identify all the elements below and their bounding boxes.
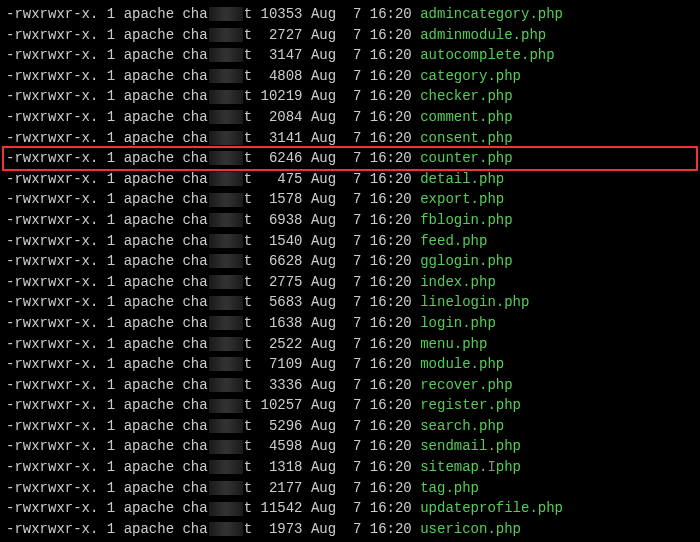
- redacted-block: [209, 151, 243, 165]
- owner: apache: [124, 294, 174, 310]
- time: 16:20: [370, 88, 412, 104]
- file-row: -rwxrwxr-x. 1 apache chat 11542 Aug 7 16…: [6, 498, 694, 519]
- file-row: -rwxrwxr-x. 1 apache chat 2522 Aug 7 16:…: [6, 334, 694, 355]
- redacted-block: [209, 296, 243, 310]
- filename: index.php: [420, 274, 496, 290]
- permissions: -rwxrwxr-x.: [6, 191, 98, 207]
- redacted-block: [209, 28, 243, 42]
- group-suffix: t: [244, 500, 252, 516]
- time: 16:20: [370, 438, 412, 454]
- day: 7: [345, 171, 362, 187]
- month: Aug: [311, 521, 336, 537]
- permissions: -rwxrwxr-x.: [6, 150, 98, 166]
- file-size: 3336: [261, 377, 303, 393]
- filename: comment.php: [420, 109, 512, 125]
- owner: apache: [124, 130, 174, 146]
- month: Aug: [311, 109, 336, 125]
- owner: apache: [124, 521, 174, 537]
- permissions: -rwxrwxr-x.: [6, 27, 98, 43]
- redacted-block: [209, 460, 243, 474]
- group-suffix: t: [244, 418, 252, 434]
- group-prefix: cha: [182, 294, 207, 310]
- group-prefix: cha: [182, 500, 207, 516]
- day: 7: [345, 109, 362, 125]
- group-prefix: cha: [182, 480, 207, 496]
- filename: export.php: [420, 191, 504, 207]
- file-row: -rwxrwxr-x. 1 apache chat 10257 Aug 7 16…: [6, 395, 694, 416]
- owner: apache: [124, 27, 174, 43]
- group-suffix: t: [244, 253, 252, 269]
- file-size: 10257: [261, 397, 303, 413]
- group-prefix: cha: [182, 253, 207, 269]
- day: 7: [345, 68, 362, 84]
- filename: sitemap.Iphp: [420, 459, 521, 475]
- permissions: -rwxrwxr-x.: [6, 397, 98, 413]
- owner: apache: [124, 274, 174, 290]
- file-size: 1578: [261, 191, 303, 207]
- group-suffix: t: [244, 109, 252, 125]
- file-size: 2522: [261, 336, 303, 352]
- link-count: 1: [107, 68, 115, 84]
- link-count: 1: [107, 191, 115, 207]
- month: Aug: [311, 130, 336, 146]
- time: 16:20: [370, 418, 412, 434]
- month: Aug: [311, 480, 336, 496]
- group-suffix: t: [244, 274, 252, 290]
- file-row: -rwxrwxr-x. 1 apache chat 1638 Aug 7 16:…: [6, 313, 694, 334]
- owner: apache: [124, 356, 174, 372]
- file-size: 3141: [261, 130, 303, 146]
- group-prefix: cha: [182, 418, 207, 434]
- file-size: 1638: [261, 315, 303, 331]
- month: Aug: [311, 459, 336, 475]
- permissions: -rwxrwxr-x.: [6, 315, 98, 331]
- file-row: -rwxrwxr-x. 1 apache chat 1318 Aug 7 16:…: [6, 457, 694, 478]
- day: 7: [345, 294, 362, 310]
- redacted-block: [209, 254, 243, 268]
- group-suffix: t: [244, 212, 252, 228]
- day: 7: [345, 130, 362, 146]
- permissions: -rwxrwxr-x.: [6, 171, 98, 187]
- filename: autocomplete.php: [420, 47, 554, 63]
- link-count: 1: [107, 47, 115, 63]
- redacted-block: [209, 378, 243, 392]
- group-prefix: cha: [182, 233, 207, 249]
- file-size: 2775: [261, 274, 303, 290]
- time: 16:20: [370, 212, 412, 228]
- filename: register.php: [420, 397, 521, 413]
- month: Aug: [311, 150, 336, 166]
- day: 7: [345, 336, 362, 352]
- month: Aug: [311, 6, 336, 22]
- file-row: -rwxrwxr-x. 1 apache chat 3336 Aug 7 16:…: [6, 375, 694, 396]
- group-prefix: cha: [182, 130, 207, 146]
- time: 16:20: [370, 171, 412, 187]
- file-row: -rwxrwxr-x. 1 apache chat 5296 Aug 7 16:…: [6, 416, 694, 437]
- day: 7: [345, 47, 362, 63]
- redacted-block: [209, 481, 243, 495]
- file-size: 10219: [261, 88, 303, 104]
- group-prefix: cha: [182, 88, 207, 104]
- permissions: -rwxrwxr-x.: [6, 233, 98, 249]
- group-prefix: cha: [182, 356, 207, 372]
- month: Aug: [311, 212, 336, 228]
- permissions: -rwxrwxr-x.: [6, 68, 98, 84]
- file-size: 5683: [261, 294, 303, 310]
- redacted-block: [209, 399, 243, 413]
- file-size: 475: [261, 171, 303, 187]
- file-size: 6938: [261, 212, 303, 228]
- group-prefix: cha: [182, 27, 207, 43]
- permissions: -rwxrwxr-x.: [6, 418, 98, 434]
- time: 16:20: [370, 377, 412, 393]
- time: 16:20: [370, 130, 412, 146]
- month: Aug: [311, 68, 336, 84]
- file-size: 6628: [261, 253, 303, 269]
- time: 16:20: [370, 459, 412, 475]
- file-row: -rwxrwxr-x. 1 apache chat 2727 Aug 7 16:…: [6, 25, 694, 46]
- group-prefix: cha: [182, 377, 207, 393]
- month: Aug: [311, 500, 336, 516]
- day: 7: [345, 191, 362, 207]
- owner: apache: [124, 480, 174, 496]
- day: 7: [345, 500, 362, 516]
- text-cursor-icon: I: [487, 459, 495, 475]
- permissions: -rwxrwxr-x.: [6, 294, 98, 310]
- filename: updateprofile.php: [420, 500, 563, 516]
